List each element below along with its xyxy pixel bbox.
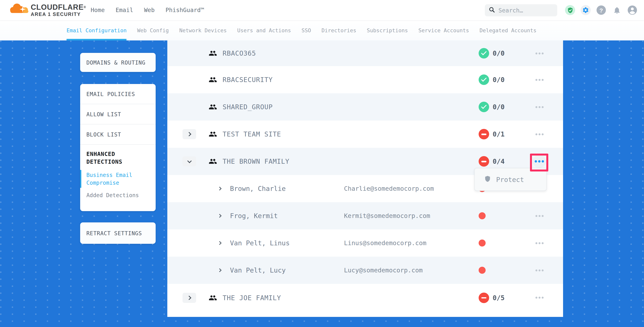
sidebar-item-block-list[interactable]: BLOCK LIST [80,124,156,145]
help-icon[interactable]: ? [596,5,606,15]
tab-network-devices[interactable]: Network Devices [179,20,227,40]
app-window: CLOUDFLARE® AREA 1 SECURITY HomeEmailWeb… [0,0,644,327]
group-icon [208,76,217,83]
chevron-right-icon[interactable] [218,214,221,217]
group-icon [208,103,217,110]
tab-delegated-accounts[interactable]: Delegated Accounts [480,20,536,40]
protected-count: 0/0 [493,49,504,57]
status-unprotected-dot [478,267,486,274]
sidebar-item-allow-list[interactable]: ALLOW LIST [80,104,156,124]
table-row-rbacsecurity: RBACSECURITY0/0 [167,66,563,93]
status-unprotected-dot [478,240,486,247]
tab-users-and-actions[interactable]: Users and Actions [237,20,291,40]
group-icon [208,50,217,57]
search-input[interactable] [498,7,549,14]
group-name: THE BROWN FAMILY [222,157,290,165]
protected-count: 0/0 [493,76,504,84]
sidebar-item-domains-routing[interactable]: DOMAINS & ROUTING [80,53,156,72]
table-row-van-pelt-linus: Van Pelt, LinusLinus@somedemocorp.com [167,229,563,257]
chevron-down-icon [187,159,192,163]
gear-icon[interactable] [580,5,591,15]
protected-count: 0/0 [493,103,504,111]
table-row-shared-group: SHARED_GROUP0/0 [167,93,563,121]
expand-button-test-team-site[interactable] [182,129,196,139]
brand-subtitle: AREA 1 SECURITY [31,11,86,18]
groups-table: RBACO3650/0RBACSECURITY0/0SHARED_GROUP0/… [167,40,563,317]
chevron-right-icon[interactable] [218,187,221,190]
chevron-right-icon [187,296,191,300]
sidebar-card-domains-routing: DOMAINS & ROUTING [80,53,156,72]
cloudflare-logo[interactable]: CLOUDFLARE® AREA 1 SECURITY [8,2,75,19]
chevron-right-icon [187,132,191,136]
status-unprotected-icon [478,129,489,139]
sidebar-item-email-policies[interactable]: EMAIL POLICIES [80,84,156,104]
content-area: DOMAINS & ROUTING EMAIL POLICIESALLOW LI… [0,40,644,327]
cloud-main [10,3,24,13]
row-actions-menu-frog-kermit[interactable] [533,209,546,222]
group-name: THE JOE FAMILY [222,294,281,302]
status-protected-icon [478,74,489,85]
sidebar-section-enhanced-detections: ENHANCED DETECTIONSBusiness Email Compro… [80,145,156,199]
row-actions-menu-the-joe-family[interactable] [533,291,546,304]
shield-check-icon[interactable] [565,5,575,15]
tab-service-accounts[interactable]: Service Accounts [418,20,469,40]
bell-icon[interactable] [612,5,622,15]
nav-item-email[interactable]: Email [116,6,133,13]
row-actions-menu-van-pelt-linus[interactable] [533,236,546,250]
tab-subscriptions[interactable]: Subscriptions [367,20,408,40]
sidebar-item-business-email-compromise[interactable]: Business Email Compromise [86,171,150,187]
nav-item-web[interactable]: Web [144,6,155,13]
chevron-right-icon[interactable] [218,269,221,272]
search-icon [489,6,495,14]
secondary-nav: Email ConfigurationWeb ConfigNetwork Dev… [0,20,644,40]
table-row-rbaco365: RBACO3650/0 [167,40,563,66]
group-icon [208,131,217,138]
search-box[interactable] [485,4,557,16]
nav-item-home[interactable]: Home [91,6,105,13]
table-row-the-joe-family: THE JOE FAMILY0/5 [167,284,563,317]
expand-button-the-brown-family[interactable] [182,156,196,166]
expand-button-the-joe-family[interactable] [182,293,196,303]
click-highlight-annotation [530,154,548,171]
group-name: TEST TEAM SITE [222,130,281,138]
sidebar-section-title: ENHANCED DETECTIONS [86,150,150,166]
row-actions-menu-shared-group[interactable] [533,100,546,113]
row-actions-menu-rbacsecurity[interactable] [533,73,546,86]
brand-registered-mark: ® [84,5,86,9]
status-protected-icon [478,102,489,112]
sidebar-card-policies: EMAIL POLICIESALLOW LISTBLOCK LISTENHANC… [80,84,156,211]
status-unprotected-dot [478,212,486,219]
group-name: SHARED_GROUP [222,103,273,111]
tab-email-configuration[interactable]: Email Configuration [66,20,127,40]
cloudflare-cloud-icon [8,3,29,15]
sidebar-item-retract-settings[interactable]: RETRACT SETTINGS [80,222,156,244]
avatar-icon[interactable] [627,5,638,15]
row-actions-menu-test-team-site[interactable] [533,128,546,141]
sidebar-item-added-detections[interactable]: Added Detections [86,191,150,199]
brand-name: CLOUDFLARE® [31,3,86,11]
status-unprotected-icon [478,156,489,167]
row-actions-menu-van-pelt-lucy[interactable] [533,264,546,277]
row-actions-menu-rbaco365[interactable] [533,47,546,60]
top-header: CLOUDFLARE® AREA 1 SECURITY HomeEmailWeb… [0,0,644,20]
tab-web-config[interactable]: Web Config [137,20,169,40]
tab-sso[interactable]: SSO [302,20,311,40]
protected-count: 0/4 [493,157,504,165]
chevron-right-icon[interactable] [218,242,221,244]
shield-icon [484,175,491,184]
tab-directories[interactable]: Directories [322,20,356,40]
member-name: Frog, Kermit [230,212,278,220]
member-email: Lucy@somedemocorp.com [344,267,423,274]
header-icon-group: ? [565,5,638,15]
protected-count: 0/1 [493,130,504,138]
context-menu-item-protect[interactable]: Protect [496,176,524,183]
nav-item-phishguard[interactable]: PhishGuard™ [166,6,204,13]
group-name: RBACSECURITY [222,76,273,84]
group-name: RBACO365 [222,49,256,57]
member-email: Linus@somedemocorp.com [344,239,426,247]
member-email: Kermit@somedemocorp.com [344,212,430,220]
table-row-van-pelt-lucy: Van Pelt, LucyLucy@somedemocorp.com [167,257,563,284]
table-row-frog-kermit: Frog, KermitKermit@somedemocorp.com [167,202,563,229]
member-name: Van Pelt, Lucy [230,266,286,274]
member-name: Brown, Charlie [230,185,286,192]
